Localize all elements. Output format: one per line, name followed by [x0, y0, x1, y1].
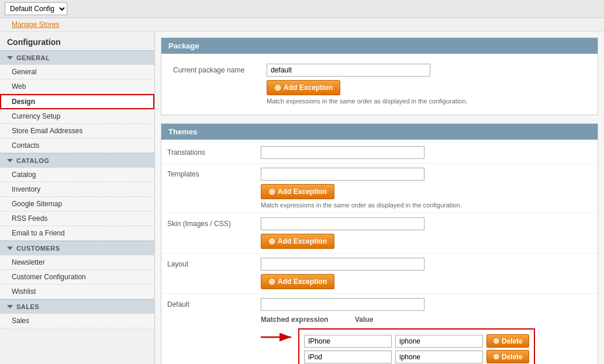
nav-section-general[interactable]: GENERAL: [0, 50, 154, 65]
nav-section-catalog[interactable]: CATALOG: [0, 153, 154, 168]
sidebar-item-customer-config[interactable]: Customer Configuration: [0, 270, 154, 285]
delete-exception-1-button[interactable]: ⊗ Delete: [486, 334, 529, 348]
arrow-icon: [7, 159, 13, 162]
sidebar-item-store-email[interactable]: Store Email Addresses: [0, 124, 154, 138]
delete-exception-2-button[interactable]: ⊗ Delete: [486, 350, 529, 363]
main-content: Package Current package name ⊕ Add Excep…: [155, 32, 604, 364]
layout-add-exception-button[interactable]: ⊕ Add Exception: [261, 274, 334, 289]
package-section: Package Current package name ⊕ Add Excep…: [161, 37, 598, 115]
sidebar-item-wishlist[interactable]: Wishlist: [0, 285, 154, 299]
templates-label: Templates: [167, 168, 261, 178]
sidebar-item-sales[interactable]: Sales: [0, 314, 154, 328]
value-header: Value: [355, 316, 437, 324]
sidebar-item-contacts[interactable]: Contacts: [0, 138, 154, 153]
plus-icon: ⊕: [268, 237, 275, 246]
exception-row-2: ⊗ Delete: [304, 350, 529, 363]
manage-stores-link[interactable]: Manage Stores: [7, 18, 64, 32]
arrow-icon: [7, 56, 13, 60]
sidebar-item-web[interactable]: Web: [0, 79, 154, 94]
plus-icon: ⊕: [274, 83, 281, 92]
nav-section-sales[interactable]: SALES: [0, 299, 154, 314]
default-label: Default: [167, 298, 261, 308]
package-add-exception-button[interactable]: ⊕ Add Exception: [267, 80, 340, 95]
templates-hint: Match expressions in the same order as d…: [261, 202, 592, 209]
exception-value-2[interactable]: [395, 351, 483, 363]
skin-add-exception-button[interactable]: ⊕ Add Exception: [261, 234, 334, 249]
sidebar-item-email-friend[interactable]: Email to a Friend: [0, 226, 154, 241]
plus-icon: ⊕: [268, 277, 275, 286]
exceptions-container: ⊗ Delete: [298, 328, 535, 364]
translations-label: Translations: [167, 146, 261, 157]
sidebar: Configuration GENERAL General Web Design…: [0, 32, 155, 364]
templates-add-exception-button[interactable]: ⊕ Add Exception: [261, 184, 334, 199]
store-selector[interactable]: Default Config: [5, 2, 67, 15]
themes-section: Themes Translations Templates: [161, 123, 598, 364]
translations-input[interactable]: [261, 146, 424, 159]
templates-input[interactable]: [261, 168, 424, 181]
delete-icon: ⊗: [493, 352, 499, 361]
top-bar: Default Config: [0, 0, 604, 18]
package-name-label: Current package name: [173, 64, 267, 74]
exception-row-1: ⊗ Delete: [304, 334, 529, 348]
package-name-input[interactable]: [267, 64, 430, 77]
sidebar-item-inventory[interactable]: Inventory: [0, 182, 154, 197]
skin-label: Skin (Images / CSS): [167, 217, 261, 228]
sidebar-item-catalog[interactable]: Catalog: [0, 168, 154, 182]
plus-icon: ⊕: [268, 187, 275, 196]
delete-icon: ⊗: [493, 337, 499, 345]
package-header: Package: [161, 38, 598, 54]
nav-section-customers[interactable]: CUSTOMERS: [0, 241, 154, 255]
exception-matched-1[interactable]: [304, 335, 392, 348]
layout-input[interactable]: [261, 258, 424, 271]
layout-label: Layout: [167, 258, 261, 268]
config-title: Configuration: [0, 32, 154, 50]
exception-matched-2[interactable]: [304, 351, 392, 363]
package-name-content: ⊕ Add Exception Match expressions in the…: [267, 64, 586, 105]
arrow-icon: [7, 305, 13, 308]
sidebar-item-currency-setup[interactable]: Currency Setup: [0, 109, 154, 124]
skin-input[interactable]: [261, 217, 424, 230]
sidebar-item-newsletter[interactable]: Newsletter: [0, 255, 154, 270]
themes-header: Themes: [161, 124, 598, 140]
sidebar-item-design[interactable]: Design: [0, 94, 154, 109]
default-input[interactable]: [261, 298, 424, 311]
exception-value-1[interactable]: [395, 335, 483, 348]
package-hint: Match expressions in the same order as d…: [267, 98, 586, 105]
arrow-icon: [261, 328, 296, 346]
sidebar-item-google-sitemap[interactable]: Google Sitemap: [0, 197, 154, 212]
sidebar-item-rss-feeds[interactable]: RSS Feeds: [0, 212, 154, 226]
arrow-icon: [7, 247, 13, 250]
red-arrow-annotation: [261, 328, 296, 346]
sidebar-item-general[interactable]: General: [0, 65, 154, 79]
matched-expression-header: Matched expression: [261, 316, 351, 324]
